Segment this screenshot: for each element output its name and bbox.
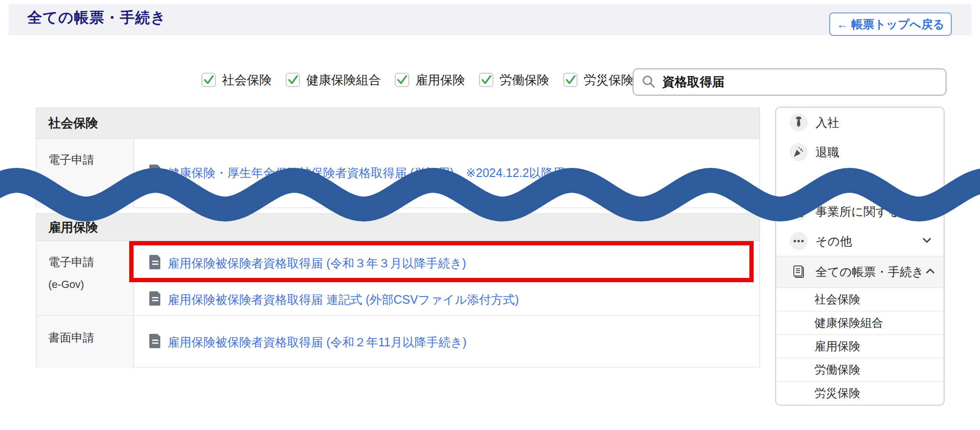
document-icon: [149, 164, 162, 181]
method-label: 電子申請: [48, 152, 134, 167]
sidebar-item-nyusha[interactable]: 入社: [776, 108, 944, 137]
sidebar-item-all-forms[interactable]: 全ての帳票・手続き: [776, 256, 944, 287]
sidebar-item-label: 退職: [815, 144, 839, 160]
necktie-icon: [790, 113, 808, 132]
form-link[interactable]: 雇用保険被保険者資格取得届 (令和３年３月以降手続き): [167, 255, 466, 271]
row-divider: [36, 315, 759, 316]
checkbox-checked-icon[interactable]: [286, 73, 300, 87]
sidebar-item-label: 全ての帳票・手続き: [815, 264, 924, 280]
filter-rosai-hoken[interactable]: 労災保険: [563, 72, 634, 88]
chevron-down-icon: [924, 204, 936, 219]
filter-rodo-hoken[interactable]: 労働保険: [479, 72, 549, 88]
party-popper-icon: [790, 143, 808, 161]
ellipsis-icon: [790, 232, 808, 250]
back-to-forms-top-button[interactable]: ← 帳票トップへ戻る: [829, 12, 952, 36]
filter-kenko-hoken-kumiai[interactable]: 健康保険組合: [286, 72, 381, 88]
sidebar-item-label: 事業所に関する届出: [815, 204, 924, 220]
sidebar-item-hidden-by-wave: [776, 167, 944, 197]
category-sidebar: 入社 退職 事業所に関する届出 その他: [775, 107, 945, 406]
checkbox-checked-icon[interactable]: [479, 73, 493, 87]
forms-procedures-page: 全ての帳票・手続き ← 帳票トップへ戻る 社会保険 健康保険組合 雇用保険 労働: [0, 0, 980, 430]
chevron-up-icon: [924, 265, 936, 279]
sidebar-subitem-koyo-hoken[interactable]: 雇用保険: [776, 334, 944, 358]
checkbox-checked-icon[interactable]: [395, 73, 409, 87]
search-input[interactable]: 資格取得届: [633, 68, 947, 96]
sidebar-item-sonota[interactable]: その他: [776, 226, 944, 256]
form-link[interactable]: 雇用保険被保険者資格取得届 連記式 (外部CSVファイル添付方式): [167, 292, 519, 308]
method-label: 電子申請: [48, 254, 134, 270]
sidebar-item-label: 入社: [815, 115, 839, 131]
page-title: 全ての帳票・手続き: [27, 8, 166, 28]
search-icon: [641, 74, 656, 90]
sidebar-subitem-rosai-hoken[interactable]: 労災保険: [776, 381, 944, 405]
filter-label: 雇用保険: [415, 72, 465, 88]
document-icon: [149, 291, 162, 308]
checkbox-checked-icon[interactable]: [563, 73, 578, 87]
insurance-filter-row: 社会保険 健康保険組合 雇用保険 労働保険 労災保険: [201, 72, 634, 88]
documents-icon: [790, 263, 808, 281]
chevron-down-icon: [921, 234, 933, 248]
filter-koyo-hoken[interactable]: 雇用保険: [395, 72, 465, 88]
search-input-value: 資格取得届: [662, 74, 724, 90]
sidebar-subitem-kenko-hoken-kumiai[interactable]: 健康保険組合: [776, 311, 944, 334]
method-cell: 書面申請: [36, 316, 134, 368]
form-link[interactable]: 雇用保険被保険者資格取得届 (令和２年11月以降手続き): [167, 334, 467, 350]
filter-label: 労働保険: [500, 72, 549, 88]
form-link[interactable]: 健康保険・厚生年金保険被保険者資格取得届 (単記用) ※2024.12.2以降用: [167, 165, 565, 181]
section-shakai-hoken-table: 社会保険 電子申請 健康保険・厚生年金保険被保険者資格取得届 (単記用) ※20…: [36, 108, 760, 208]
sidebar-subitem-shakai-hoken[interactable]: 社会保険: [776, 287, 944, 311]
sidebar-item-label: その他: [815, 233, 852, 249]
section-header: 社会保険: [36, 108, 759, 139]
filter-label: 健康保険組合: [306, 72, 381, 88]
method-cell: 電子申請 (e-Gov): [36, 241, 134, 316]
form-link-row-highlighted[interactable]: 雇用保険被保険者資格取得届 (令和３年３月以降手続き): [149, 242, 759, 284]
section-title: 雇用保険: [48, 219, 98, 236]
document-icon: [149, 333, 162, 351]
filter-label: 社会保険: [222, 72, 272, 88]
section-header: 雇用保険: [36, 214, 759, 241]
form-link-row[interactable]: 健康保険・厚生年金保険被保険者資格取得届 (単記用) ※2024.12.2以降用: [149, 164, 759, 181]
building-icon: [790, 202, 808, 221]
filter-label: 労災保険: [584, 72, 634, 88]
section-title: 社会保険: [48, 115, 98, 132]
document-icon: [149, 254, 162, 272]
form-link-row[interactable]: 雇用保険被保険者資格取得届 (令和２年11月以降手続き): [149, 333, 759, 351]
method-cell: 電子申請: [36, 139, 134, 209]
sidebar-subitem-rodo-hoken[interactable]: 労働保険: [776, 358, 944, 381]
form-link-row[interactable]: 雇用保険被保険者資格取得届 連記式 (外部CSVファイル添付方式): [149, 284, 759, 315]
checkbox-checked-icon[interactable]: [201, 73, 216, 87]
section-koyo-hoken-table: 雇用保険 電子申請 (e-Gov) 雇用保険被保険者資格取得届 (令和３年３月以…: [36, 213, 760, 367]
method-sub-label: (e-Gov): [48, 278, 134, 291]
filter-shakai-hoken[interactable]: 社会保険: [201, 72, 272, 88]
sidebar-item-jigyosho-todokede[interactable]: 事業所に関する届出: [776, 197, 944, 226]
sidebar-item-taishoku[interactable]: 退職: [776, 137, 944, 167]
method-label: 書面申請: [48, 330, 134, 345]
